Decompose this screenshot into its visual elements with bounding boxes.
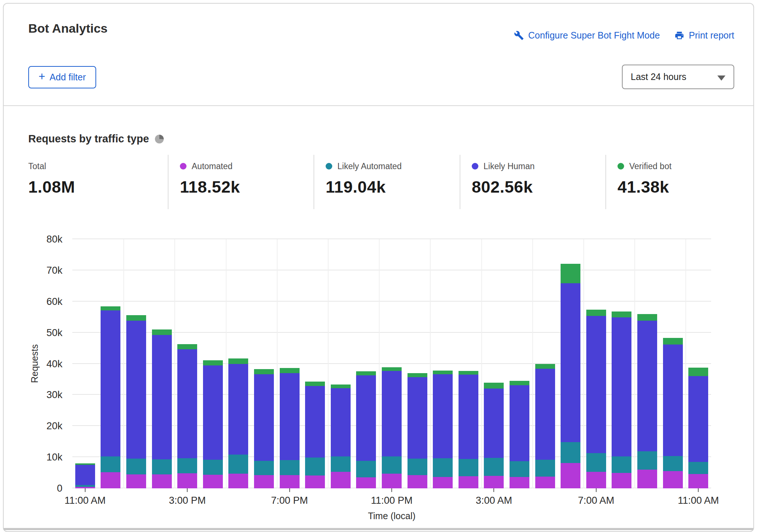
- print-report-link[interactable]: Print report: [674, 30, 734, 41]
- bar-500am[interactable]: [535, 364, 555, 488]
- stat-verified-bot[interactable]: Verified bot 41.38k: [617, 161, 671, 197]
- bar-800pm[interactable]: [305, 382, 325, 488]
- segment-automated: [305, 475, 325, 488]
- segment-likely-human: [228, 364, 248, 455]
- segment-automated: [612, 473, 631, 488]
- segment-likely-human: [433, 374, 453, 458]
- segment-likely-automated: [228, 455, 248, 474]
- section-title-row: Requests by traffic type: [28, 133, 164, 145]
- segment-likely-automated: [126, 459, 146, 474]
- stat-automated[interactable]: Automated 118.52k: [180, 161, 240, 197]
- segment-automated: [433, 477, 453, 488]
- segment-likely-automated: [663, 456, 683, 471]
- bar-600pm[interactable]: [254, 369, 274, 488]
- segment-automated: [535, 477, 555, 488]
- segment-likely-human: [126, 321, 146, 459]
- segment-likely-human: [254, 374, 274, 461]
- stat-likely-human[interactable]: Likely Human 802.56k: [472, 161, 535, 197]
- segment-likely-automated: [535, 460, 555, 477]
- bar-700pm[interactable]: [280, 368, 300, 488]
- bar-100am[interactable]: [433, 371, 453, 488]
- bar-100pm[interactable]: [126, 315, 146, 488]
- bar-500pm[interactable]: [228, 358, 248, 488]
- stat-total-label: Total: [28, 161, 46, 171]
- print-link-label: Print report: [689, 30, 734, 41]
- bot-analytics-card: Bot Analytics Configure Super Bot Fight …: [3, 3, 754, 532]
- y-tick-label: 10k: [4, 452, 62, 463]
- segment-likely-human: [459, 375, 478, 459]
- segment-automated: [177, 473, 197, 488]
- bar-300pm[interactable]: [177, 344, 197, 488]
- x-tick-mark: [187, 488, 188, 492]
- vertical-gridline: [226, 239, 227, 488]
- bar-700am[interactable]: [586, 310, 606, 488]
- segment-automated: [561, 463, 580, 488]
- segment-verified-bot: [280, 368, 300, 373]
- stat-automated-value: 118.52k: [180, 178, 240, 197]
- pie-chart-icon[interactable]: [155, 135, 164, 143]
- bar-1200am[interactable]: [408, 373, 427, 488]
- bar-900am[interactable]: [637, 314, 657, 488]
- bar-1000am[interactable]: [663, 338, 683, 488]
- verified-bot-legend-dot: [617, 163, 624, 170]
- bar-200pm[interactable]: [152, 329, 172, 488]
- segment-likely-human: [280, 373, 300, 460]
- stat-likely-automated[interactable]: Likely Automated 119.04k: [326, 161, 402, 197]
- plus-icon: +: [39, 71, 45, 82]
- stat-divider: [460, 155, 460, 209]
- x-tick-label: 11:00 AM: [662, 495, 735, 506]
- segment-likely-human: [101, 310, 120, 457]
- segment-verified-bot: [433, 371, 453, 374]
- stat-likely-automated-label: Likely Automated: [337, 161, 402, 171]
- gridline-80k: [72, 238, 711, 239]
- x-tick-label: 11:00 AM: [48, 495, 122, 506]
- stat-total: Total 1.08M: [28, 161, 75, 197]
- segment-likely-human: [663, 345, 683, 456]
- bar-200am[interactable]: [459, 371, 478, 488]
- bottom-section-divider: [4, 528, 753, 530]
- segment-likely-human: [356, 375, 376, 461]
- bar-1000pm[interactable]: [356, 371, 376, 488]
- segment-likely-human: [637, 321, 657, 451]
- printer-icon: [674, 30, 684, 40]
- bar-800am[interactable]: [612, 311, 631, 488]
- segment-automated: [126, 474, 146, 488]
- segment-verified-bot: [152, 329, 172, 335]
- stat-divider: [168, 155, 169, 209]
- bar-300am[interactable]: [484, 383, 504, 488]
- bar-600am[interactable]: [561, 264, 580, 488]
- segment-likely-automated: [433, 458, 453, 477]
- vertical-gridline: [328, 239, 329, 488]
- section-title: Requests by traffic type: [28, 133, 149, 145]
- likely-automated-legend-dot: [326, 163, 332, 170]
- bar-400am[interactable]: [510, 381, 529, 488]
- segment-likely-automated: [688, 462, 708, 474]
- segment-verified-bot: [612, 311, 631, 317]
- bar-400pm[interactable]: [203, 360, 223, 488]
- bar-900pm[interactable]: [331, 385, 351, 488]
- stat-divider: [314, 155, 314, 209]
- segment-automated: [356, 477, 376, 488]
- x-axis-title: Time (local): [318, 511, 465, 521]
- bar-1100am[interactable]: [75, 463, 95, 488]
- segment-likely-automated: [203, 460, 223, 475]
- x-tick-mark: [289, 488, 290, 492]
- segment-automated: [203, 475, 223, 488]
- segment-verified-bot: [203, 360, 223, 365]
- segment-likely-automated: [637, 451, 657, 470]
- segment-verified-bot: [688, 368, 708, 376]
- vertical-gridline: [685, 239, 686, 488]
- vertical-gridline: [481, 239, 482, 488]
- bar-1200pm[interactable]: [101, 306, 120, 489]
- bar-1100pm[interactable]: [382, 367, 402, 488]
- x-tick-label: 3:00 PM: [151, 495, 224, 506]
- y-tick-label: 20k: [4, 420, 62, 432]
- segment-automated: [228, 474, 248, 488]
- segment-verified-bot: [356, 371, 376, 375]
- segment-likely-automated: [280, 460, 300, 475]
- add-filter-button[interactable]: + Add filter: [28, 66, 96, 88]
- time-range-dropdown[interactable]: Last 24 hours: [622, 65, 734, 89]
- bar-1100am[interactable]: [688, 368, 708, 488]
- segment-verified-bot: [101, 306, 120, 310]
- configure-super-bot-fight-mode-link[interactable]: Configure Super Bot Fight Mode: [514, 30, 660, 41]
